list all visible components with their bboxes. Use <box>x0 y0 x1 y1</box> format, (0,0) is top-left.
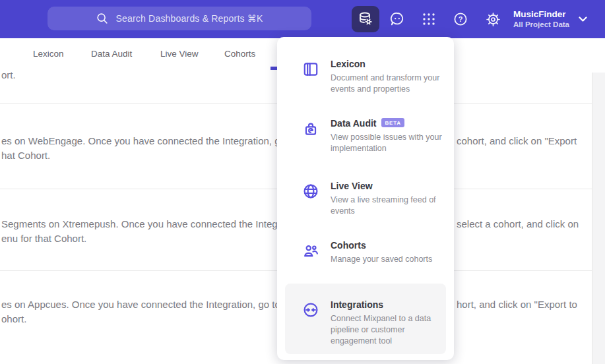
settings-button[interactable] <box>479 6 507 32</box>
menu-item-title: Data Audit <box>331 118 376 129</box>
menu-item-integrations[interactable]: Integrations Connect Mixpanel to a data … <box>285 284 446 354</box>
table-row-text: Segments on Xtremepush. Once you have co… <box>1 218 305 231</box>
svg-text:?: ? <box>459 15 463 23</box>
app-window: ort. es on WebEngage. Once you have conn… <box>0 0 605 364</box>
tab-live-view[interactable]: Live View <box>160 38 199 70</box>
help-button[interactable]: ? <box>447 6 474 32</box>
data-management-button[interactable] <box>352 6 379 32</box>
menu-item-title: Live View <box>331 181 373 191</box>
chat-face-icon <box>389 11 405 27</box>
menu-item-description: View a live streaming feed of events <box>331 195 447 217</box>
menu-item-lexicon[interactable]: Lexicon Document and transform your even… <box>277 59 454 95</box>
beta-badge: BETA <box>381 118 404 127</box>
menu-item-title: Integrations <box>331 299 383 310</box>
menu-item-description: Connect Mixpanel to a data pipeline or c… <box>331 313 446 347</box>
chevron-down-icon <box>579 16 587 22</box>
table-row-text: hort, and click on "Export to <box>457 298 577 311</box>
menu-item-integrations-row[interactable]: Integrations Connect Mixpanel to a data … <box>285 299 446 347</box>
search-icon <box>96 12 109 25</box>
menu-item-title: Cohorts <box>331 240 366 251</box>
table-row-text: es on WebEngage. Once you have connected… <box>1 135 313 148</box>
table-row-text: ohort. <box>1 313 26 326</box>
tab-data-audit[interactable]: Data Audit <box>91 38 132 70</box>
feedback-button[interactable] <box>383 6 411 32</box>
table-row-text: select a cohort, and click on <box>457 218 579 231</box>
apps-grid-button[interactable] <box>415 6 443 32</box>
people-icon <box>302 242 319 259</box>
database-gear-icon <box>357 11 374 28</box>
gear-icon <box>486 12 501 27</box>
sync-arrows-icon <box>302 301 319 318</box>
globe-icon <box>302 183 319 200</box>
search-placeholder: Search Dashboards & Reports ⌘K <box>115 13 263 24</box>
search-bar[interactable]: Search Dashboards & Reports ⌘K <box>48 7 311 30</box>
question-circle-icon: ? <box>453 11 468 27</box>
table-row-text: enu for that Cohort. <box>1 232 86 245</box>
grid-dots-icon <box>421 11 437 27</box>
menu-item-description: Manage your saved cohorts <box>331 254 447 265</box>
menu-item-description: Document and transform your events and p… <box>331 73 447 95</box>
table-row-text: es on Appcues. Once you have connected t… <box>1 298 307 311</box>
audit-lock-icon <box>302 120 319 137</box>
menu-item-description: View possible issues with your implement… <box>331 132 447 154</box>
table-row-text: ort. <box>1 69 16 82</box>
nav-dropdown-panel: Lexicon Document and transform your even… <box>277 37 454 360</box>
menu-item-title: Lexicon <box>331 59 366 69</box>
project-name: MusicFinder <box>513 9 569 20</box>
menu-item-cohorts[interactable]: Cohorts Manage your saved cohorts <box>277 240 454 265</box>
project-subtitle: All Project Data <box>513 20 569 29</box>
table-row-text: hat Cohort. <box>1 149 50 162</box>
book-icon <box>302 61 319 78</box>
top-header: Search Dashboards & Reports ⌘K <box>0 0 605 38</box>
tab-cohorts[interactable]: Cohorts <box>224 38 255 70</box>
menu-item-data-audit[interactable]: Data Audit BETA View possible issues wit… <box>277 118 454 154</box>
project-selector[interactable]: MusicFinder All Project Data <box>513 6 599 32</box>
menu-item-live-view[interactable]: Live View View a live streaming feed of … <box>277 181 454 217</box>
table-row-text: cohort, and click on "Export <box>457 135 577 148</box>
tab-lexicon[interactable]: Lexicon <box>33 38 64 70</box>
scroll-gutter <box>592 73 605 364</box>
